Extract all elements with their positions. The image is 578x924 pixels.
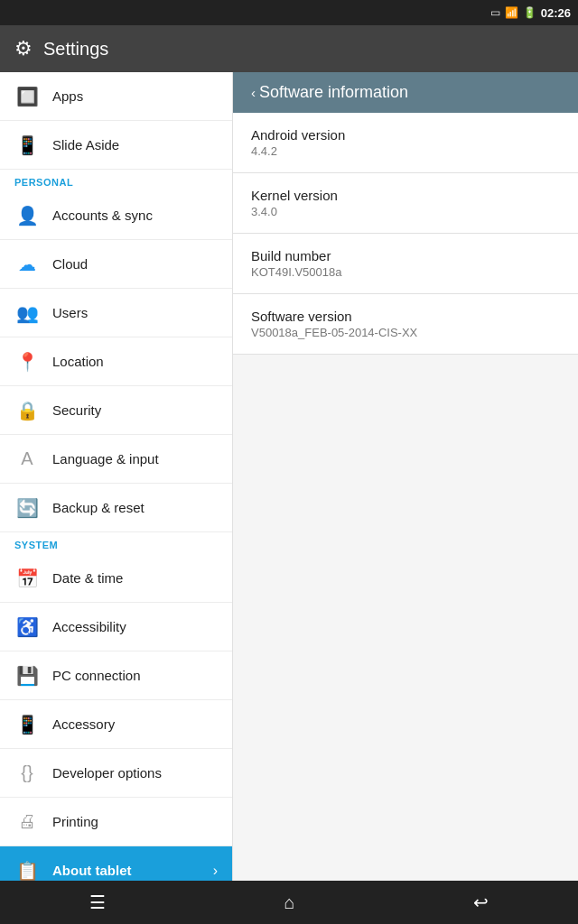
info-row-0: Android version4.4.2 — [233, 113, 578, 173]
content-header: ‹ Software information — [233, 72, 578, 113]
sidebar-item-accessory[interactable]: 📱Accessory — [0, 700, 232, 749]
info-row-title-0: Android version — [251, 127, 560, 143]
sidebar-item-accounts-sync[interactable]: 👤Accounts & sync — [0, 191, 232, 240]
section-label-personal: PERSONAL — [0, 170, 232, 191]
info-row-2: Build numberKOT49I.V50018a — [233, 234, 578, 294]
info-row-value-0: 4.4.2 — [251, 144, 560, 158]
toolbar-title: Settings — [43, 39, 108, 60]
section-label-system: SYSTEM — [0, 532, 232, 554]
back-button[interactable]: ↩ — [455, 884, 507, 920]
sidebar-item-security[interactable]: 🔒Security — [0, 386, 232, 435]
status-time: 02:26 — [541, 6, 571, 20]
apps-label: Apps — [52, 88, 83, 104]
status-icons: ▭ 📶 🔋 02:26 — [490, 6, 571, 20]
accounts-sync-label: Accounts & sync — [52, 208, 153, 223]
accessory-icon: 📱 — [14, 712, 40, 737]
home-button[interactable]: ⌂ — [266, 885, 312, 920]
accessibility-label: Accessibility — [52, 619, 126, 634]
cloud-icon: ☁ — [14, 252, 40, 277]
slide-aside-label: Slide Aside — [52, 137, 119, 152]
status-bar: ▭ 📶 🔋 02:26 — [0, 0, 578, 25]
sidebar-item-printing[interactable]: 🖨Printing — [0, 798, 232, 846]
sidebar-item-slide-aside[interactable]: 📱Slide Aside — [0, 121, 232, 170]
printing-icon: 🖨 — [14, 809, 40, 835]
accessibility-icon: ♿ — [14, 614, 40, 640]
language-input-icon: A — [14, 447, 40, 472]
security-label: Security — [52, 402, 101, 418]
main-layout: 🔲Apps📱Slide AsidePERSONAL👤Accounts & syn… — [0, 72, 578, 881]
sidebar-item-developer-options[interactable]: {}Developer options — [0, 749, 232, 798]
info-row-value-1: 3.4.0 — [251, 205, 560, 218]
sidebar-item-pc-connection[interactable]: 💾PC connection — [0, 651, 232, 700]
accessory-label: Accessory — [52, 716, 115, 732]
tablet-icon: ▭ — [490, 6, 500, 19]
developer-options-icon: {} — [14, 761, 40, 786]
pc-connection-label: PC connection — [52, 668, 141, 683]
about-tablet-label: About tablet — [52, 863, 132, 878]
info-row-title-3: Software version — [251, 309, 560, 324]
toolbar: ⚙ Settings — [0, 25, 578, 72]
sidebar-item-apps[interactable]: 🔲Apps — [0, 72, 232, 121]
about-tablet-icon: 📋 — [14, 858, 40, 882]
location-label: Location — [52, 354, 104, 369]
battery-icon: 🔋 — [523, 6, 536, 19]
sidebar-item-cloud[interactable]: ☁Cloud — [0, 240, 232, 289]
wifi-icon: 📶 — [505, 6, 518, 19]
info-row-3: Software versionV50018a_FEB-05-2014-CIS-… — [233, 294, 578, 355]
settings-gear-icon: ⚙ — [14, 37, 33, 60]
menu-button[interactable]: ☰ — [71, 884, 124, 920]
content-panel: ‹ Software information Android version4.… — [233, 72, 578, 881]
sidebar-item-accessibility[interactable]: ♿Accessibility — [0, 603, 232, 651]
backup-reset-label: Backup & reset — [52, 500, 144, 515]
users-icon: 👥 — [14, 300, 40, 326]
security-icon: 🔒 — [14, 398, 40, 423]
sidebar-active-arrow-icon: › — [213, 863, 218, 879]
slide-aside-icon: 📱 — [14, 133, 40, 158]
info-row-value-2: KOT49I.V50018a — [251, 265, 560, 279]
content-header-title: Software information — [259, 83, 408, 102]
language-input-label: Language & input — [52, 451, 159, 467]
sidebar-item-date-time[interactable]: 📅Date & time — [0, 554, 232, 603]
date-time-label: Date & time — [52, 570, 123, 586]
sidebar-item-backup-reset[interactable]: 🔄Backup & reset — [0, 484, 232, 532]
developer-options-label: Developer options — [52, 765, 162, 781]
backup-reset-icon: 🔄 — [14, 495, 40, 521]
location-icon: 📍 — [14, 349, 40, 374]
accounts-sync-icon: 👤 — [14, 203, 40, 228]
cloud-label: Cloud — [52, 256, 88, 272]
info-row-value-3: V50018a_FEB-05-2014-CIS-XX — [251, 326, 560, 339]
sidebar-item-about-tablet[interactable]: 📋About tablet› — [0, 846, 232, 881]
back-arrow-icon: ‹ — [251, 85, 256, 100]
printing-label: Printing — [52, 814, 98, 829]
sidebar-item-location[interactable]: 📍Location — [0, 337, 232, 386]
sidebar-item-users[interactable]: 👥Users — [0, 289, 232, 337]
date-time-icon: 📅 — [14, 566, 40, 591]
bottom-nav: ☰ ⌂ ↩ — [0, 881, 578, 924]
info-row-title-2: Build number — [251, 248, 560, 263]
users-label: Users — [52, 305, 88, 320]
info-row-1: Kernel version3.4.0 — [233, 173, 578, 234]
apps-icon: 🔲 — [14, 84, 40, 109]
sidebar: 🔲Apps📱Slide AsidePERSONAL👤Accounts & syn… — [0, 72, 233, 881]
pc-connection-icon: 💾 — [14, 663, 40, 688]
sidebar-item-language-input[interactable]: ALanguage & input — [0, 435, 232, 484]
info-row-title-1: Kernel version — [251, 188, 560, 203]
